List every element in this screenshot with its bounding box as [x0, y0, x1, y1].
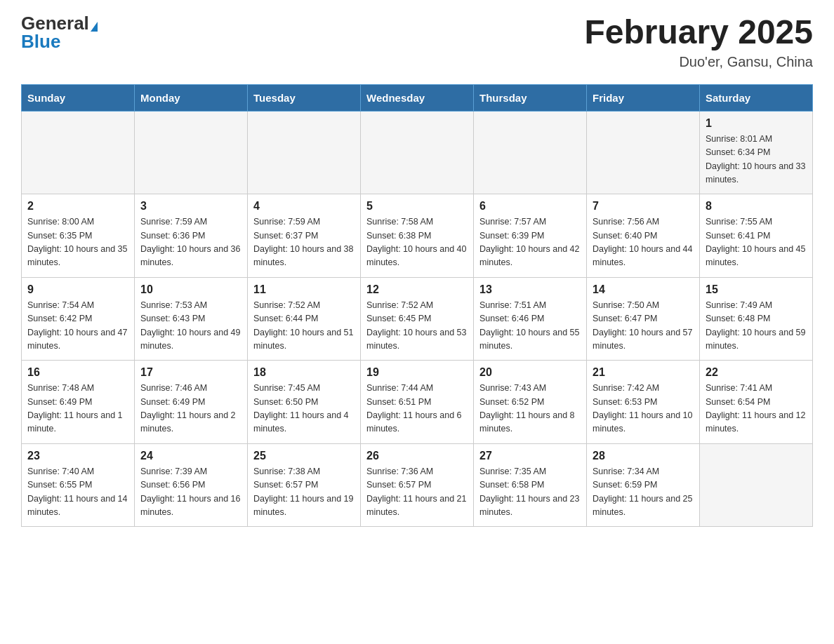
title-block: February 2025 Duo'er, Gansu, China [584, 14, 813, 70]
day-cell: 17Sunrise: 7:46 AMSunset: 6:49 PMDayligh… [135, 361, 248, 444]
day-number: 7 [593, 200, 694, 213]
day-number: 26 [366, 450, 468, 462]
weekday-header-row: SundayMondayTuesdayWednesdayThursdayFrid… [22, 84, 813, 111]
location-text: Duo'er, Gansu, China [584, 54, 813, 70]
day-cell: 4Sunrise: 7:59 AMSunset: 6:37 PMDaylight… [248, 194, 361, 278]
day-number: 23 [27, 450, 128, 462]
day-info: Sunrise: 7:40 AMSunset: 6:55 PMDaylight:… [27, 465, 128, 520]
day-number: 28 [593, 450, 694, 462]
day-info: Sunrise: 7:50 AMSunset: 6:47 PMDaylight:… [593, 299, 694, 354]
day-info: Sunrise: 7:51 AMSunset: 6:46 PMDaylight:… [479, 299, 581, 354]
day-number: 13 [479, 283, 581, 296]
day-info: Sunrise: 7:36 AMSunset: 6:57 PMDaylight:… [366, 465, 468, 520]
day-number: 5 [366, 200, 468, 213]
week-row-1: 1Sunrise: 8:01 AMSunset: 6:34 PMDaylight… [22, 111, 813, 194]
weekday-header-tuesday: Tuesday [248, 84, 361, 111]
day-cell [474, 111, 587, 194]
logo-triangle-icon [91, 22, 98, 32]
day-cell: 2Sunrise: 8:00 AMSunset: 6:35 PMDaylight… [22, 194, 135, 278]
day-number: 24 [140, 450, 241, 462]
day-cell: 14Sunrise: 7:50 AMSunset: 6:47 PMDayligh… [587, 277, 700, 361]
day-info: Sunrise: 8:01 AMSunset: 6:34 PMDaylight:… [706, 133, 807, 187]
day-info: Sunrise: 7:42 AMSunset: 6:53 PMDaylight:… [593, 382, 694, 436]
day-info: Sunrise: 7:49 AMSunset: 6:48 PMDaylight:… [706, 299, 807, 354]
day-info: Sunrise: 7:41 AMSunset: 6:54 PMDaylight:… [706, 382, 807, 436]
day-info: Sunrise: 7:44 AMSunset: 6:51 PMDaylight:… [366, 382, 468, 436]
weekday-header-saturday: Saturday [700, 84, 813, 111]
day-number: 4 [253, 200, 355, 213]
week-row-2: 2Sunrise: 8:00 AMSunset: 6:35 PMDaylight… [22, 194, 813, 278]
day-cell: 7Sunrise: 7:56 AMSunset: 6:40 PMDaylight… [587, 194, 700, 278]
day-cell: 9Sunrise: 7:54 AMSunset: 6:42 PMDaylight… [22, 277, 135, 361]
day-number: 19 [366, 366, 468, 379]
day-cell: 12Sunrise: 7:52 AMSunset: 6:45 PMDayligh… [361, 277, 474, 361]
calendar-body: 1Sunrise: 8:01 AMSunset: 6:34 PMDaylight… [22, 111, 813, 527]
day-info: Sunrise: 8:00 AMSunset: 6:35 PMDaylight:… [27, 215, 128, 270]
day-info: Sunrise: 7:52 AMSunset: 6:44 PMDaylight:… [253, 299, 355, 354]
day-cell [361, 111, 474, 194]
day-number: 8 [706, 200, 807, 213]
day-cell: 20Sunrise: 7:43 AMSunset: 6:52 PMDayligh… [474, 361, 587, 444]
page-header: General Blue February 2025 Duo'er, Gansu… [21, 14, 813, 70]
week-row-3: 9Sunrise: 7:54 AMSunset: 6:42 PMDaylight… [22, 277, 813, 361]
day-cell: 6Sunrise: 7:57 AMSunset: 6:39 PMDaylight… [474, 194, 587, 278]
day-cell [135, 111, 248, 194]
day-info: Sunrise: 7:52 AMSunset: 6:45 PMDaylight:… [366, 299, 468, 354]
logo-line1: General [21, 14, 98, 32]
week-row-4: 16Sunrise: 7:48 AMSunset: 6:49 PMDayligh… [22, 361, 813, 444]
day-cell [587, 111, 700, 194]
day-cell: 15Sunrise: 7:49 AMSunset: 6:48 PMDayligh… [700, 277, 813, 361]
month-title: February 2025 [584, 14, 813, 51]
logo-blue-text: Blue [21, 31, 60, 52]
day-cell: 18Sunrise: 7:45 AMSunset: 6:50 PMDayligh… [248, 361, 361, 444]
day-number: 18 [253, 366, 355, 379]
day-number: 2 [27, 200, 128, 213]
day-cell: 28Sunrise: 7:34 AMSunset: 6:59 PMDayligh… [587, 443, 700, 527]
day-info: Sunrise: 7:57 AMSunset: 6:39 PMDaylight:… [479, 215, 581, 270]
day-info: Sunrise: 7:45 AMSunset: 6:50 PMDaylight:… [253, 382, 355, 436]
weekday-header-wednesday: Wednesday [361, 84, 474, 111]
day-number: 16 [27, 366, 128, 379]
day-cell [248, 111, 361, 194]
day-number: 17 [140, 366, 241, 379]
weekday-header-thursday: Thursday [474, 84, 587, 111]
day-info: Sunrise: 7:58 AMSunset: 6:38 PMDaylight:… [366, 215, 468, 270]
day-info: Sunrise: 7:48 AMSunset: 6:49 PMDaylight:… [27, 382, 128, 436]
day-number: 12 [366, 283, 468, 296]
logo: General Blue [21, 14, 98, 51]
day-number: 1 [706, 117, 807, 130]
day-number: 25 [253, 450, 355, 462]
day-cell: 23Sunrise: 7:40 AMSunset: 6:55 PMDayligh… [22, 443, 135, 527]
day-cell: 8Sunrise: 7:55 AMSunset: 6:41 PMDaylight… [700, 194, 813, 278]
day-cell: 26Sunrise: 7:36 AMSunset: 6:57 PMDayligh… [361, 443, 474, 527]
weekday-header-sunday: Sunday [22, 84, 135, 111]
day-info: Sunrise: 7:59 AMSunset: 6:37 PMDaylight:… [253, 215, 355, 270]
day-info: Sunrise: 7:35 AMSunset: 6:58 PMDaylight:… [479, 465, 581, 520]
day-cell: 11Sunrise: 7:52 AMSunset: 6:44 PMDayligh… [248, 277, 361, 361]
day-number: 22 [706, 366, 807, 379]
day-cell: 1Sunrise: 8:01 AMSunset: 6:34 PMDaylight… [700, 111, 813, 194]
day-info: Sunrise: 7:38 AMSunset: 6:57 PMDaylight:… [253, 465, 355, 520]
day-info: Sunrise: 7:54 AMSunset: 6:42 PMDaylight:… [27, 299, 128, 354]
day-info: Sunrise: 7:53 AMSunset: 6:43 PMDaylight:… [140, 299, 241, 354]
day-cell: 22Sunrise: 7:41 AMSunset: 6:54 PMDayligh… [700, 361, 813, 444]
day-info: Sunrise: 7:39 AMSunset: 6:56 PMDaylight:… [140, 465, 241, 520]
day-cell: 27Sunrise: 7:35 AMSunset: 6:58 PMDayligh… [474, 443, 587, 527]
day-cell: 16Sunrise: 7:48 AMSunset: 6:49 PMDayligh… [22, 361, 135, 444]
logo-line2: Blue [21, 32, 60, 51]
day-info: Sunrise: 7:59 AMSunset: 6:36 PMDaylight:… [140, 215, 241, 270]
day-info: Sunrise: 7:46 AMSunset: 6:49 PMDaylight:… [140, 382, 241, 436]
day-cell: 3Sunrise: 7:59 AMSunset: 6:36 PMDaylight… [135, 194, 248, 278]
day-info: Sunrise: 7:55 AMSunset: 6:41 PMDaylight:… [706, 215, 807, 270]
day-cell: 25Sunrise: 7:38 AMSunset: 6:57 PMDayligh… [248, 443, 361, 527]
day-cell: 19Sunrise: 7:44 AMSunset: 6:51 PMDayligh… [361, 361, 474, 444]
day-number: 6 [479, 200, 581, 213]
day-cell: 24Sunrise: 7:39 AMSunset: 6:56 PMDayligh… [135, 443, 248, 527]
day-cell: 5Sunrise: 7:58 AMSunset: 6:38 PMDaylight… [361, 194, 474, 278]
weekday-header-friday: Friday [587, 84, 700, 111]
day-number: 9 [27, 283, 128, 296]
calendar-header: SundayMondayTuesdayWednesdayThursdayFrid… [22, 84, 813, 111]
day-info: Sunrise: 7:56 AMSunset: 6:40 PMDaylight:… [593, 215, 694, 270]
day-info: Sunrise: 7:34 AMSunset: 6:59 PMDaylight:… [593, 465, 694, 520]
day-number: 20 [479, 366, 581, 379]
